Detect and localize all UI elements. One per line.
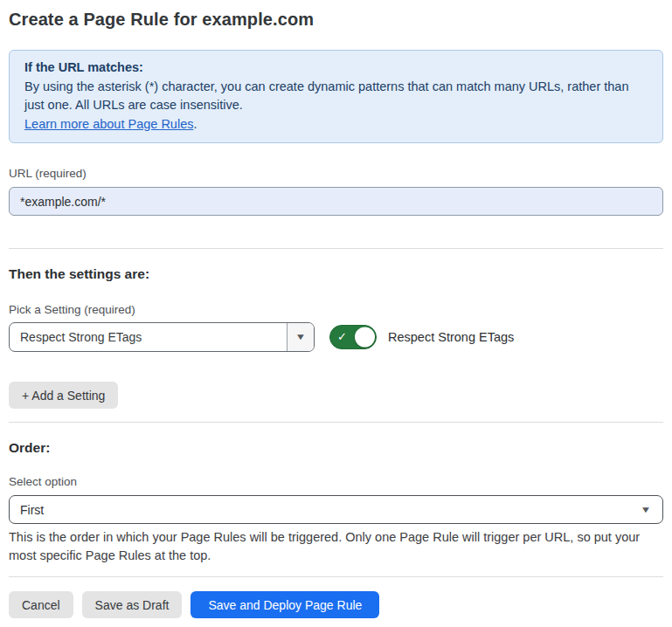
footer-divider (9, 576, 663, 577)
settings-heading: Then the settings are: (9, 265, 663, 282)
order-heading: Order: (9, 439, 663, 456)
action-buttons: Cancel Save as Draft Save and Deploy Pag… (9, 591, 663, 618)
page-rule-form: Create a Page Rule for example.com If th… (0, 9, 672, 618)
url-input[interactable] (9, 187, 663, 216)
save-draft-button[interactable]: Save as Draft (82, 591, 183, 618)
info-box-body: By using the asterisk (*) character, you… (24, 78, 648, 115)
toggle-knob (355, 327, 375, 348)
url-match-info-box: If the URL matches: By using the asteris… (9, 50, 663, 143)
link-suffix: . (193, 117, 197, 131)
setting-select-value: Respect Strong ETags (10, 323, 287, 351)
setting-row: Respect Strong ETags ▼ ✓ Respect Strong … (9, 322, 663, 352)
add-setting-button[interactable]: + Add a Setting (9, 382, 118, 409)
chevron-down-icon: ▼ (641, 506, 652, 514)
save-deploy-button[interactable]: Save and Deploy Page Rule (191, 591, 379, 618)
order-select-value: First (20, 503, 641, 517)
page-title: Create a Page Rule for example.com (9, 9, 663, 30)
section-divider (9, 422, 663, 423)
chevron-down-icon: ▼ (295, 333, 307, 341)
learn-more-link[interactable]: Learn more about Page Rules (24, 117, 193, 131)
check-icon: ✓ (337, 330, 347, 343)
url-field-label: URL (required) (9, 167, 663, 181)
setting-select[interactable]: Respect Strong ETags ▼ (9, 322, 315, 352)
section-divider (9, 248, 663, 249)
order-select[interactable]: First ▼ (9, 495, 663, 524)
pick-setting-label: Pick a Setting (required) (9, 303, 663, 317)
order-select-label: Select option (9, 475, 663, 489)
info-box-link-line: Learn more about Page Rules. (24, 115, 648, 134)
setting-select-arrow-button[interactable]: ▼ (287, 323, 314, 351)
order-help-text: This is the order in which your Page Rul… (9, 528, 660, 565)
cancel-button[interactable]: Cancel (9, 591, 73, 618)
info-box-heading: If the URL matches: (24, 59, 648, 78)
setting-toggle[interactable]: ✓ (329, 325, 377, 349)
toggle-label: Respect Strong ETags (388, 330, 514, 344)
